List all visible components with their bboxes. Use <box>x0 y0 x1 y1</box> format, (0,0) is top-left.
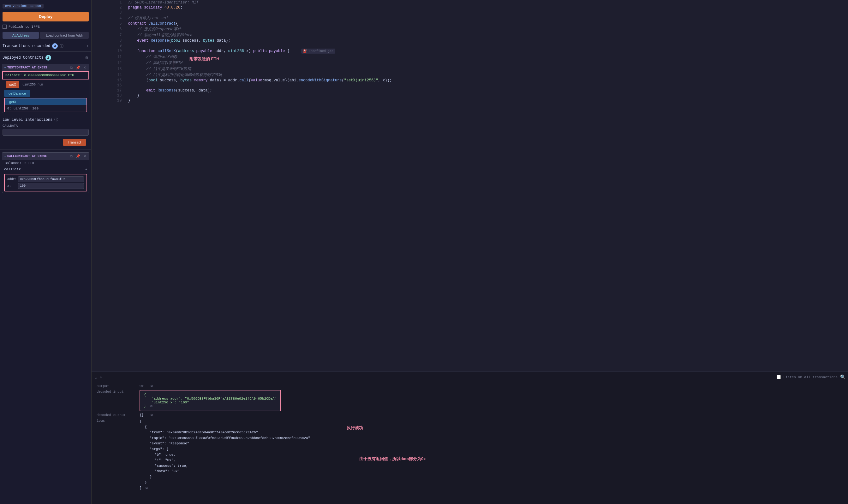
low-level-label: Low level interactions <box>2 118 52 122</box>
copy-address-button[interactable]: ⧉ <box>69 65 73 70</box>
line-number-2: 2 <box>91 5 126 10</box>
decoded-output-row: decoded output {} ⧉ <box>97 413 843 417</box>
logs-data: "data": "0x" <box>155 469 310 474</box>
line-number-18: 18 <box>91 93 126 98</box>
copy-decoded-icon[interactable]: ⧉ <box>150 404 153 408</box>
trash-icon[interactable]: 🗑 <box>85 55 89 60</box>
logs-close: ] ⧉ <box>140 485 310 491</box>
logs-args-label: "args": { <box>150 447 310 452</box>
deploy-button[interactable]: Deploy <box>2 12 89 21</box>
code-line-4: // 没有导入test.sol <box>126 15 848 21</box>
pin-button-2[interactable]: 📌 <box>75 154 81 159</box>
calldata-input[interactable] <box>2 129 89 136</box>
transact-button[interactable]: Transact <box>63 139 86 146</box>
bottom-panel: ⌄ 0 Listen on all transactions 🔍 output … <box>91 372 848 504</box>
code-row-11: 11 // 调用setX函数 <box>91 54 848 60</box>
decoded-input-box: { "address addr": "0x599DB3Ffbba36FfaAB3… <box>140 390 281 411</box>
code-row-12: 12 // 同时可以发送ETH <box>91 60 848 66</box>
load-contract-button[interactable]: Load contract from Addr <box>40 32 89 39</box>
code-row-4: 4// 没有导入test.sol <box>91 15 848 21</box>
code-row-10: 10 function callSetX(address payable add… <box>91 48 848 54</box>
getbalance-button[interactable]: getBalance <box>4 90 30 97</box>
setx-row: setX uint256 num <box>4 80 87 89</box>
copy-decoded-output-icon[interactable]: ⧉ <box>151 413 153 417</box>
logs-args-close: } <box>150 474 310 480</box>
output-row: output 0x ⧉ <box>97 384 843 388</box>
info-icon[interactable]: ⓘ <box>60 43 64 49</box>
logs-args-0: "0": true, <box>155 452 310 458</box>
collapse-button[interactable]: ⌄ <box>94 375 98 380</box>
code-line-19: } <box>126 98 848 103</box>
getx-button[interactable]: getX <box>5 98 87 105</box>
listen-checkbox[interactable] <box>777 375 781 379</box>
line-number-1: 1 <box>91 0 126 5</box>
contract-instance-2: ▾ CALLCONTRACT AT 0XB9E ⧉ 📌 ✕ Balance: 0… <box>2 152 89 193</box>
line-number-13: 13 <box>91 66 126 72</box>
code-line-10: function callSetX(address payable addr, … <box>126 48 848 54</box>
addr-input[interactable] <box>18 176 84 182</box>
line-number-17: 17 <box>91 88 126 93</box>
callsetx-form: addr: x: <box>4 174 87 192</box>
decoded-x: "uint256 x": "100" <box>152 400 277 404</box>
line-number-4: 4 <box>91 15 126 21</box>
callsetx-header: callSetX ▲ <box>2 166 89 173</box>
code-row-15: 15 (bool success, bytes memory data) = a… <box>91 78 848 83</box>
copy-logs-icon[interactable]: ⧉ <box>145 485 148 491</box>
x-input[interactable] <box>18 183 84 189</box>
decoded-input-close: } ⧉ <box>144 404 277 408</box>
zero-number: 0 <box>100 375 103 379</box>
listen-label: Listen on all transactions <box>783 375 837 379</box>
line-number-6: 6 <box>91 26 126 32</box>
output-val: 0x <box>140 384 144 388</box>
low-level-info-icon[interactable]: ⓘ <box>54 117 58 122</box>
code-line-18: } <box>126 93 848 98</box>
logs-topic: "topic": "0x13848c3e38f8886f3f5d2ad9dff8… <box>150 435 310 441</box>
expand-icon[interactable]: ▲ <box>85 167 87 171</box>
chevron-down-icon: ▾ <box>4 66 6 70</box>
code-line-6: // 定义的Response事件 <box>126 26 848 32</box>
code-line-5: contract CallContract{ <box>126 21 848 26</box>
code-line-8: event Response(bool success, bytes data)… <box>126 38 848 43</box>
output-section: output 0x ⧉ decoded input { "address add… <box>91 381 848 494</box>
logs-obj-close: } <box>144 480 310 486</box>
getx-output: 0: uint256: 100 <box>5 105 87 112</box>
setx-button[interactable]: setX <box>6 81 19 88</box>
publish-row: Publish to IPFS <box>2 24 89 29</box>
x-field-row: x: <box>7 183 84 189</box>
chevron-right-icon[interactable]: › <box>87 44 89 48</box>
annotations-area: 执行成功 由于没有返回值，所以data部分为0x <box>328 419 426 462</box>
code-line-2: pragma solidity ^0.8.26; <box>126 5 848 10</box>
addr-label: addr: <box>7 178 17 181</box>
code-row-2: 2pragma solidity ^0.8.26; <box>91 5 848 10</box>
code-row-7: 7 // 输出call返回的结果和data <box>91 32 848 38</box>
search-icon[interactable]: 🔍 <box>840 374 846 380</box>
copy-address-button-2[interactable]: ⧉ <box>69 154 73 159</box>
contract-1-name: TESTCONTRACT AT 0X59S <box>7 66 68 69</box>
logs-from: "from": "0xB9B678B56D243e5d4a9Dff4345822… <box>150 430 310 435</box>
pin-button[interactable]: 📌 <box>75 65 81 70</box>
at-address-button[interactable]: At Address <box>2 32 39 39</box>
line-number-11: 11 <box>91 54 126 60</box>
output-key: output <box>97 384 135 388</box>
data-annotation: 由于没有返回值，所以data部分为0x <box>359 456 426 462</box>
code-line-14: // ()中是利用结构化编码函数获得的字节码 <box>126 72 848 78</box>
publish-checkbox[interactable] <box>2 24 7 29</box>
logs-row: logs [ { "from": "0xB9B678B56D243e5d4a9D… <box>97 419 843 491</box>
deployed-contracts-label: Deployed Contracts <box>2 55 44 60</box>
code-line-13: // {}中是发送的ETH数额 <box>126 66 848 72</box>
logs-bracket-close: ] <box>140 485 142 491</box>
collapse-row: ⌄ 0 Listen on all transactions 🔍 <box>91 374 848 381</box>
close-contract-button-2[interactable]: ✕ <box>82 154 87 159</box>
copy-output-icon[interactable]: ⧉ <box>151 384 153 388</box>
code-line-7: // 输出call返回的结果和data <box>126 32 848 38</box>
close-contract-button[interactable]: ✕ <box>82 65 87 70</box>
code-row-17: 17 emit Response(success, data); <box>91 88 848 93</box>
code-line-3 <box>126 10 848 15</box>
contract-1-header[interactable]: ▾ TESTCONTRACT AT 0X59S ⧉ 📌 ✕ <box>2 64 89 71</box>
contract-2-header[interactable]: ▾ CALLCONTRACT AT 0XB9E ⧉ 📌 ✕ <box>2 152 89 160</box>
decoded-output-key: decoded output <box>97 413 135 417</box>
chevron-down-icon-2: ▾ <box>4 155 6 158</box>
line-number-9: 9 <box>91 43 126 48</box>
contract-2-balance: Balance: 0 ETH <box>2 160 89 166</box>
code-line-1: // SPDX-License-Identifier: MIT <box>126 0 848 5</box>
